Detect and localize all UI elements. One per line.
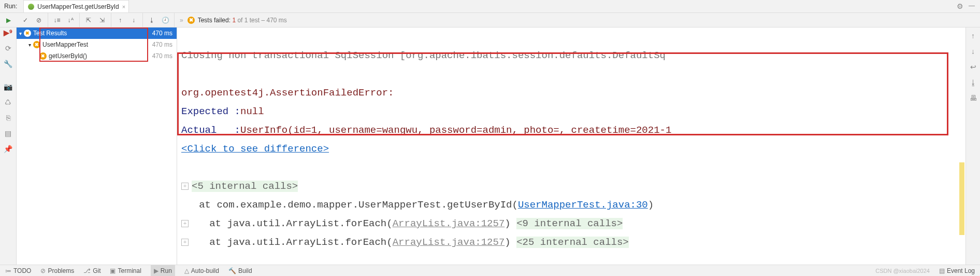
log-icon: ▤ — [939, 267, 945, 274]
fail-icon: ✖ — [39, 52, 47, 60]
tree-method[interactable]: ✖ getUserById() 470 ms — [17, 50, 177, 62]
status-bar: ≔TODO ⊘Problems ⎇Git ▣Terminal ▶Run △Aut… — [0, 265, 980, 276]
recycle-icon[interactable]: ♺ — [5, 98, 11, 106]
collapse-all-icon[interactable]: ⇲ — [96, 15, 108, 26]
list-icon: ≔ — [5, 267, 11, 274]
soft-wrap-icon[interactable]: ↩ — [970, 63, 976, 71]
up-icon[interactable]: ↑ — [971, 32, 975, 40]
problems-tab[interactable]: ⊘Problems — [40, 267, 74, 274]
sort-alpha-icon[interactable]: ↓ᴬ — [65, 15, 76, 26]
tree-class[interactable]: ▾ ✖ UserMapperTest 470 ms — [17, 39, 177, 50]
next-icon[interactable]: ↓ — [128, 15, 139, 26]
prev-icon[interactable]: ↑ — [114, 15, 126, 26]
file-link[interactable]: ArrayList.java:1257 — [393, 218, 505, 229]
git-icon: ⎇ — [83, 267, 91, 274]
pin-icon[interactable]: 📌 — [4, 145, 12, 153]
wrench-icon[interactable]: 🔧 — [4, 60, 12, 68]
minimize-icon[interactable]: — — [969, 2, 975, 10]
error-line: org.opentest4j.AssertionFailedError: — [181, 87, 394, 99]
fail-badge-icon: ✖ — [188, 17, 195, 24]
build-tab[interactable]: 🔨Build — [228, 267, 252, 274]
fail-icon: ✖ — [24, 30, 31, 37]
warning-icon: ⊘ — [40, 267, 46, 274]
tree-root[interactable]: ▾ ✖ Test Results 470 ms — [17, 27, 177, 39]
layout-icon[interactable]: ▤ — [5, 129, 11, 137]
file-link[interactable]: ArrayList.java:1257 — [393, 237, 505, 248]
toolbar: ▶ ✓ ⊘ ↓≡ ↓ᴬ ⇱ ⇲ ↑ ↓ ⭳ 🕘 » ✖ Tests failed… — [0, 13, 980, 27]
tool-icon: △ — [184, 267, 189, 274]
run-tab[interactable]: UserMapperTest.getUserById × — [23, 0, 129, 12]
git-tab[interactable]: ⎇Git — [83, 267, 100, 274]
autobuild-tab[interactable]: △Auto-build — [184, 267, 219, 274]
eventlog-tab[interactable]: ▤Event Log — [939, 267, 975, 274]
close-icon[interactable]: × — [122, 4, 125, 10]
run-tab-bottom[interactable]: ▶Run — [151, 265, 175, 276]
main-area: ▶⁹ ⟳ 🔧 📷 ♺ ⎘ ▤ 📌 ▾ ✖ Test Results 470 ms… — [0, 27, 980, 265]
todo-tab[interactable]: ≔TODO — [5, 267, 31, 274]
terminal-tab[interactable]: ▣Terminal — [110, 267, 141, 274]
console-right-gutter: ↑ ↓ ↩ ⭳ 🖶 — [965, 27, 980, 265]
export-icon[interactable]: ⭳ — [146, 15, 157, 26]
left-gutter: ▶⁹ ⟳ 🔧 📷 ♺ ⎘ ▤ 📌 — [0, 27, 17, 265]
rerun-failed-icon[interactable]: ▶⁹ — [4, 29, 12, 37]
scrollbar-marker — [959, 162, 964, 235]
expand-all-icon[interactable]: ⇱ — [83, 15, 94, 26]
top-bar: Run: UserMapperTest.getUserById × ⚙ — — [0, 0, 980, 13]
test-tab-icon — [28, 4, 34, 10]
fail-icon: ✖ — [33, 41, 40, 48]
print-icon[interactable]: 🖶 — [970, 94, 977, 102]
status-line: » ✖ Tests failed: 1 of 1 test – 470 ms — [175, 17, 287, 24]
rerun-icon[interactable]: ▶ — [3, 15, 13, 26]
run-label: Run: — [0, 3, 23, 10]
hammer-icon: 🔨 — [228, 267, 236, 274]
gear-icon[interactable]: ⚙ — [957, 2, 963, 10]
down-icon[interactable]: ↓ — [971, 47, 975, 56]
cancel-icon[interactable]: ⊘ — [33, 15, 45, 26]
expand-icon[interactable]: + — [181, 239, 189, 246]
tab-title: UserMapperTest.getUserById — [37, 3, 119, 10]
camera-icon[interactable]: 📷 — [4, 82, 12, 91]
check-icon[interactable]: ✓ — [20, 15, 31, 26]
expand-icon[interactable]: + — [181, 220, 189, 227]
expand-icon[interactable]: + — [181, 183, 189, 190]
exit-icon[interactable]: ⎘ — [6, 114, 10, 122]
console: Closing non transactional SqlSession [or… — [177, 27, 980, 265]
terminal-icon: ▣ — [110, 267, 116, 274]
file-link[interactable]: UserMapperTest.java:30 — [518, 199, 648, 211]
test-tree: ▾ ✖ Test Results 470 ms ▾ ✖ UserMapperTe… — [17, 27, 177, 265]
watermark: CSDN @xiaobai2024 — [875, 268, 930, 274]
chevron-down-icon[interactable]: ▾ — [17, 31, 24, 36]
history-icon[interactable]: 🕘 — [160, 15, 171, 26]
diff-link[interactable]: <Click to see difference> — [181, 143, 329, 155]
play-icon: ▶ — [154, 267, 158, 274]
console-line: Closing non transactional SqlSession [or… — [181, 50, 666, 61]
toggle-autotest-icon[interactable]: ⟳ — [5, 44, 11, 52]
sort-down-icon[interactable]: ↓≡ — [51, 15, 63, 26]
chevron-down-icon[interactable]: ▾ — [26, 42, 33, 48]
scroll-end-icon[interactable]: ⭳ — [970, 78, 977, 87]
